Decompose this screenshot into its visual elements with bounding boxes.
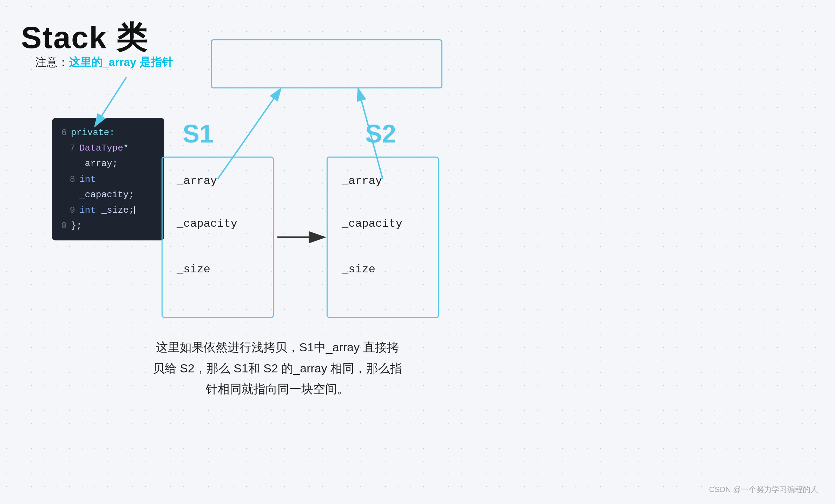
- s2-box: _array _capacity _size: [327, 157, 439, 318]
- code-block: 6 private: 7 DataType* _array; 8 int _ca…: [52, 118, 164, 240]
- code-line-5: 0 };: [60, 218, 156, 233]
- s1-box: _array _capacity _size: [162, 157, 274, 318]
- s1-label: S1: [183, 119, 213, 148]
- code-line-1: 6 private:: [60, 125, 156, 140]
- code-line-2: 7 DataType* _array;: [60, 140, 156, 171]
- code-line-3: 8 int _capacity;: [60, 172, 156, 203]
- page-title: Stack 类: [21, 17, 148, 59]
- s2-array-field: _array: [342, 174, 382, 187]
- s2-size-field: _size: [342, 263, 375, 276]
- s1-size-field: _size: [177, 263, 210, 276]
- annotation-text: 注意：这里的_array 是指针: [35, 55, 173, 70]
- annotation-highlight: 这里的_array 是指针: [69, 56, 173, 68]
- watermark: CSDN @一个努力学习编程的人: [709, 484, 818, 495]
- s2-capacity-field: _capacity: [342, 217, 402, 230]
- s1-capacity-field: _capacity: [177, 217, 237, 230]
- code-line-4: 9 int _size;: [60, 203, 156, 218]
- memory-box: [211, 39, 442, 88]
- s1-array-field: _array: [177, 174, 217, 187]
- s2-label: S2: [365, 119, 396, 148]
- annotation-prefix: 注意：: [35, 56, 69, 68]
- description-text: 这里如果依然进行浅拷贝，S1中_array 直接拷 贝给 S2，那么 S1和 S…: [147, 337, 407, 400]
